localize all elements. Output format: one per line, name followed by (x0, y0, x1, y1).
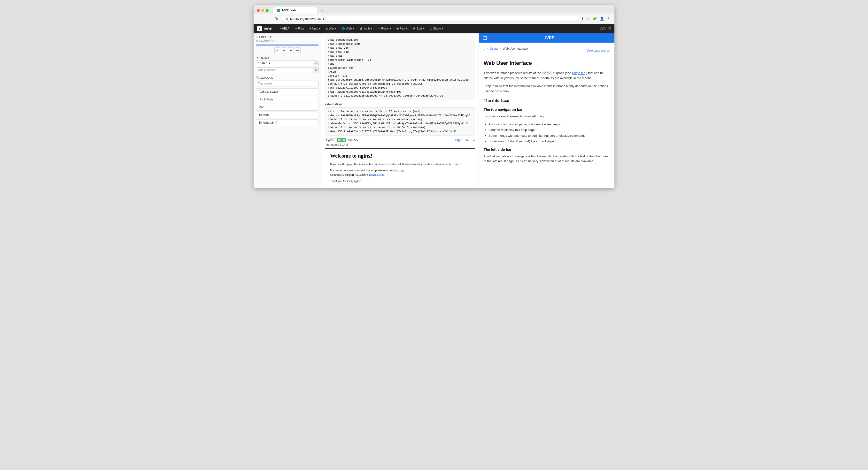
open-badge: OPEN (337, 138, 346, 142)
profile-icon[interactable]: 👤 (599, 16, 605, 21)
nav-item-help-label: HELP (282, 27, 289, 30)
right-panel: IVRE □ » Usage » Web User Interface View… (479, 33, 614, 188)
right-panel-header: IVRE (479, 33, 614, 43)
relay-icon: → (378, 27, 380, 30)
doc-ul-item-2: A button to display this help page. (489, 128, 610, 132)
doc-p1-text: This web interface presents results of t… (484, 71, 542, 75)
share-icon[interactable]: ⬆ (580, 16, 585, 21)
explore-timeline-button[interactable]: Timeline (256, 111, 319, 119)
breadcrumb-home-icon[interactable]: □ (484, 46, 485, 51)
nav-item-web-label: Web (346, 27, 352, 30)
breadcrumb-usage[interactable]: Usage (490, 46, 498, 51)
browser-titlebar: IVRE Web UI × + (254, 5, 614, 13)
next-page-button[interactable]: ▶ (288, 47, 294, 53)
nav-item-share-label: Share (433, 27, 441, 30)
nav-item-web[interactable]: 🌐 Web ▾ (339, 25, 356, 32)
explore-label: 🔍 EXPLORE (256, 76, 319, 79)
breadcrumb-current: Web User Interface (503, 46, 528, 51)
minimize-window-btn[interactable] (261, 9, 264, 12)
add-criteria-clear-button[interactable]: ✕ (313, 67, 319, 73)
bookmark-icon[interactable]: ☆ (586, 16, 591, 21)
forward-button[interactable]: → (265, 15, 272, 22)
add-criteria-wrap: ✕ (256, 67, 319, 73)
maximize-window-btn[interactable] (266, 9, 269, 12)
nav-item-win[interactable]: ⊞ Win ▾ (323, 25, 339, 32)
nav-item-auth[interactable]: 🔒 Auth ▾ (357, 25, 375, 32)
win-icon: ⊞ (326, 27, 328, 30)
nav-item-share[interactable]: ⬡ Share ▾ (428, 25, 446, 32)
auth-icon: 🔒 (360, 27, 363, 30)
doc-h3-sidebar: The left side bar (484, 147, 610, 153)
nav-item-auth-label: Auth (364, 27, 370, 30)
filter-input[interactable] (256, 61, 313, 66)
breadcrumb-wrap: □ » Usage » Web User Interface View page… (484, 46, 610, 55)
window-controls (257, 9, 269, 12)
filter-input-wrap: ✕ (256, 61, 319, 66)
doc-p4: The first part allows to navigate within… (484, 154, 610, 164)
nginx-p1: If you see this page, the nginx web serv… (330, 162, 470, 166)
nav-item-fun[interactable]: ✚ Fun ▾ (394, 25, 409, 32)
nav-logo[interactable]: i IVRE (257, 26, 272, 31)
last-page-button[interactable]: ⏭ (295, 47, 301, 53)
close-tab-button[interactable]: × (312, 9, 314, 12)
doc-ul: A shortcut to the start page, that clean… (484, 122, 610, 144)
close-window-btn[interactable] (257, 9, 260, 12)
doc-ul-item-3: Some menus with shortcuts to add filteri… (489, 133, 610, 138)
address-bar[interactable]: 🔒 ivre.evling.tech/#10.67.1.7 (282, 16, 578, 22)
filter-label: ▼ FILTER (256, 56, 319, 59)
nav-item-win-label: Win (329, 27, 334, 30)
nav-right-user-icon[interactable]: ⬡⬡ (600, 27, 606, 31)
result-count: ≡ 1 RESULT (256, 36, 319, 39)
nav-item-flow[interactable]: ⇒ Flow (292, 25, 307, 32)
nginx-link-org[interactable]: nginx.org (392, 169, 403, 172)
unix-icon: ♥ (310, 27, 311, 30)
ssh-hostkey-section-title: ssh-hostkey (325, 103, 475, 106)
browser-tab[interactable]: IVRE Web UI × (273, 7, 317, 13)
doc-inline-code: view (542, 71, 552, 75)
add-criteria-input[interactable] (256, 67, 313, 73)
sort-icon: ⚡ (412, 27, 416, 30)
nav-item-sort[interactable]: ⚡ Sort ▾ (410, 25, 427, 32)
doc-h3-topnav: The top navigation bar (484, 107, 610, 112)
explore-ips-ports-button[interactable]: IPs & Ports (256, 96, 319, 103)
filter-clear-button[interactable]: ✕ (313, 61, 319, 66)
extensions-icon[interactable]: 🧩 (592, 16, 598, 21)
right-panel-title: IVRE (489, 36, 611, 40)
explore-label-text: EXPLORE (260, 76, 273, 79)
port-link[interactable]: http://10.67.1.7/ (455, 138, 475, 142)
menu-icon[interactable]: ⋮ (606, 16, 611, 21)
nginx-link-com[interactable]: nginx.com (371, 173, 383, 176)
right-panel-checkbox[interactable] (483, 36, 487, 40)
breadcrumb-sep2: » (500, 46, 502, 51)
fun-icon: ✚ (397, 27, 399, 30)
nginx-iframe-content: Welcome to nginx! If you see this page, … (325, 148, 475, 189)
explore-address-space-button[interactable]: Address space (256, 88, 319, 95)
help-icon: ? (279, 27, 281, 30)
address-text: ivre.evling.tech/#10.67.1.7 (290, 17, 327, 21)
prev-page-button[interactable]: ◀ (281, 47, 287, 53)
nginx-p4: Thank you for using nginx. (330, 179, 470, 183)
view-source-link[interactable]: View page source (587, 48, 610, 53)
explore-top-values-input[interactable] (256, 80, 319, 87)
new-tab-button[interactable]: + (319, 8, 325, 13)
explore-timeline-24h-button[interactable]: Timeline (24h) (256, 119, 319, 126)
nginx-welcome-title: Welcome to nginx! (330, 153, 470, 159)
reload-button[interactable]: ↻ (273, 15, 280, 22)
doc-p1b: purpose (see (553, 71, 572, 75)
port-badge-tcp80[interactable]: tcp/80 (325, 138, 335, 142)
sort-dropdown-icon: ▾ (423, 27, 425, 30)
timeline-24h-label: Timeline (24h) (259, 121, 277, 124)
doc-p3: It contains several elements; from left … (484, 114, 610, 119)
back-button[interactable]: ← (257, 15, 263, 22)
nav-item-help[interactable]: ? HELP (277, 25, 292, 32)
doc-ul-item-1: A shortcut to the start page, that clean… (489, 122, 610, 127)
nav-item-unix[interactable]: ♥ Unix ▾ (307, 25, 323, 32)
relay-dropdown-icon: ▾ (390, 27, 391, 30)
nav-item-relay[interactable]: → Relay ▾ (375, 25, 394, 32)
doc-purposes-link[interactable]: Purposes (572, 71, 585, 75)
share-dropdown-icon: ▾ (442, 27, 443, 30)
first-page-button[interactable]: ⏮ (274, 47, 280, 53)
nav-right-shield-icon[interactable]: 🛡 (608, 27, 611, 31)
explore-map-button[interactable]: Map (256, 104, 319, 111)
auth-dropdown-icon: ▾ (371, 27, 372, 30)
